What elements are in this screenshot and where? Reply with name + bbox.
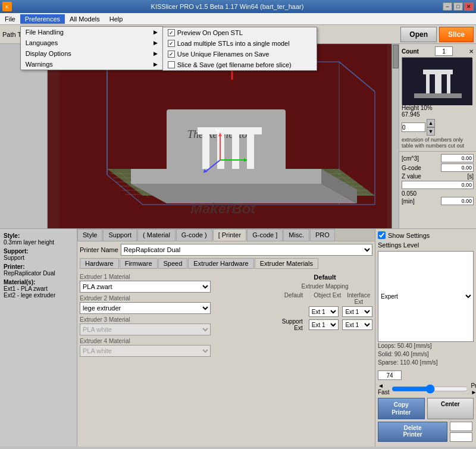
menu-help[interactable]: Help (105, 13, 128, 24)
z-value-label: Z value (402, 173, 421, 180)
tab-style[interactable]: Style (77, 229, 102, 241)
menu-warnings[interactable]: Warnings ▶ (21, 59, 162, 70)
checkbox-slice-save (168, 61, 175, 68)
title-bar-left: K (2, 2, 12, 11)
viewport-scrollbar[interactable] (392, 44, 399, 228)
mapping-default-obj-select[interactable]: Ext 1Ext 2 (309, 306, 339, 317)
ext2-select[interactable]: lege extruder (80, 302, 211, 314)
gcode-val-2[interactable] (441, 164, 474, 172)
sub-tab-hardware[interactable]: Hardware (80, 258, 119, 269)
tab-material[interactable]: ( Material (137, 229, 176, 241)
menu-warnings-label: Warnings (26, 61, 53, 68)
mapping-support-row: Support Ext Ext 1Ext 2 Ext 1Ext 2 (277, 318, 372, 331)
gcode-row-2: G-code (402, 164, 474, 172)
tab-pro[interactable]: PRO (310, 229, 335, 241)
submenu-load-multiple[interactable]: Load multiple STLs into a single model (163, 38, 317, 49)
sparse-info: Sparse: 110.40 [mm/s] (378, 359, 474, 367)
menu-languages[interactable]: Languages ▶ (21, 37, 162, 48)
checkbox-unique-filenames (168, 51, 175, 58)
quality-input[interactable] (378, 370, 402, 380)
ext3-select[interactable]: PLA white (80, 324, 211, 335)
submenu-unique-filenames[interactable]: Use Unique Filenames on Save (163, 49, 317, 59)
tab-support[interactable]: Support (103, 229, 137, 241)
3d-scene: The Replicator Y MakerBot (48, 44, 399, 228)
object-ext-col-header: Object Ext (314, 292, 342, 299)
z-val-row (402, 181, 474, 189)
spin-down-button[interactable]: ▼ (427, 127, 435, 136)
height-spin-input[interactable] (402, 123, 425, 132)
left-sidebar (0, 44, 48, 228)
submenu-slice-save[interactable]: Slice & Save (get filename before slice) (163, 59, 317, 70)
menu-file-handling[interactable]: File Handling ▶ Preview On Open STL Load… (21, 27, 162, 37)
support-info: Support: Support (4, 248, 73, 261)
mapping-default-row: Ext 1Ext 2 Ext 1Ext 2 (277, 306, 372, 317)
count-input[interactable] (435, 46, 453, 56)
extrusion-label: extrusion of numbers only table with num… (402, 137, 474, 149)
maximize-button[interactable]: □ (453, 2, 463, 11)
menu-display-options-label: Display Options (26, 50, 71, 57)
spin-up-button[interactable]: ▲ (427, 119, 435, 127)
submenu-preview-open-label: Preview On Open STL (177, 29, 243, 36)
submenu-slice-save-label: Slice & Save (get filename before slice) (177, 61, 292, 68)
ext1-select[interactable]: PLA zwart (80, 281, 211, 293)
side-controls (450, 422, 474, 442)
tab-gcode[interactable]: G-code ) (176, 229, 212, 241)
center-button[interactable]: Center (427, 398, 474, 419)
tab-printer[interactable]: [ Printer (213, 229, 247, 241)
materials-info: Material(s): Ext1 - PLA zwart Ext2 - leg… (4, 279, 73, 299)
tab-gcode2[interactable]: G-code ] (247, 229, 283, 241)
submenu-unique-filenames-label: Use Unique Filenames on Save (177, 51, 270, 58)
viewport-scroll-thumb[interactable] (393, 45, 399, 68)
file-handling-submenu: Preview On Open STL Load multiple STLs i… (162, 27, 317, 71)
scrollbar-x-btn[interactable]: ✕ (469, 48, 474, 55)
printer-name-label: Printer Name (80, 246, 118, 253)
svg-rect-47 (414, 93, 462, 98)
menu-all-models[interactable]: All Models (65, 13, 105, 24)
tab-misc[interactable]: Misc. (283, 229, 309, 241)
open-button[interactable]: Open (400, 27, 437, 42)
side-input-2[interactable] (450, 432, 472, 442)
ext4-select[interactable]: PLA white (80, 345, 211, 357)
count-label: Count (402, 48, 419, 55)
mapping-default-int-select[interactable]: Ext 1Ext 2 (342, 306, 372, 317)
printer-name-select[interactable]: RepRaplicator Dual (121, 244, 372, 256)
mapping-support-obj-select[interactable]: Ext 1Ext 2 (309, 319, 339, 330)
settings-level-select[interactable]: Expert Standard Beginner (378, 251, 474, 342)
side-input-1[interactable] (450, 422, 472, 431)
sub-tab-extruder-materials[interactable]: Extruder Materials (255, 258, 318, 269)
min-val-input[interactable] (441, 197, 474, 205)
show-settings-checkbox[interactable] (378, 231, 386, 239)
style-info: Style: 0.3mm layer height (4, 233, 73, 246)
bottom-left-info: Style: 0.3mm layer height Support: Suppo… (0, 229, 77, 447)
sub-tab-extruder-hardware[interactable]: Extruder Hardware (188, 258, 253, 269)
sub-tab-firmware[interactable]: Firmware (120, 258, 158, 269)
main-tabs-row: Style Support ( Material G-code ) [ Prin… (77, 229, 375, 241)
submenu-preview-open[interactable]: Preview On Open STL (163, 27, 317, 38)
mapping-support-int-select[interactable]: Ext 1Ext 2 (342, 319, 372, 330)
svg-rect-46 (423, 70, 453, 74)
close-button[interactable]: ✕ (464, 2, 474, 11)
slice-button[interactable]: Slice (439, 27, 474, 42)
gcode-val-1[interactable] (441, 154, 474, 162)
printer-value: RepRaplicator Dual (4, 270, 55, 277)
sub-tab-speed[interactable]: Speed (158, 258, 188, 269)
warnings-arrow: ▶ (154, 61, 158, 67)
menu-display-options[interactable]: Display Options ▶ (21, 48, 162, 59)
viewport[interactable]: The Replicator Y MakerBot (48, 44, 399, 228)
sub-tabs-row: Hardware Firmware Speed Extruder Hardwar… (80, 258, 372, 269)
menu-file[interactable]: File (0, 13, 20, 24)
z-unit-label: [s] (467, 173, 474, 180)
printer-info: Printer: RepRaplicator Dual (4, 263, 73, 277)
main-area: The Replicator Y MakerBot (0, 44, 476, 228)
gcode-panel: [cm^3] G-code Z value [s] 0.050 [min] (399, 152, 476, 228)
minimize-button[interactable]: – (443, 2, 452, 11)
z-value-row: Z value [s] (402, 173, 474, 180)
speed-slider[interactable] (392, 384, 468, 394)
z-offset-label: 0.050 (402, 190, 474, 197)
submenu-arrow: ▶ (154, 29, 158, 35)
menu-preferences[interactable]: Preferences (20, 14, 65, 24)
settings-info: Loops: 50.40 [mm/s] Solid: 90.40 [mm/s] … (378, 342, 474, 367)
delete-printer-button[interactable]: Delete Printer (378, 422, 447, 442)
copy-printer-button[interactable]: Copy Printer (378, 398, 425, 419)
z-val-input[interactable] (402, 181, 474, 189)
